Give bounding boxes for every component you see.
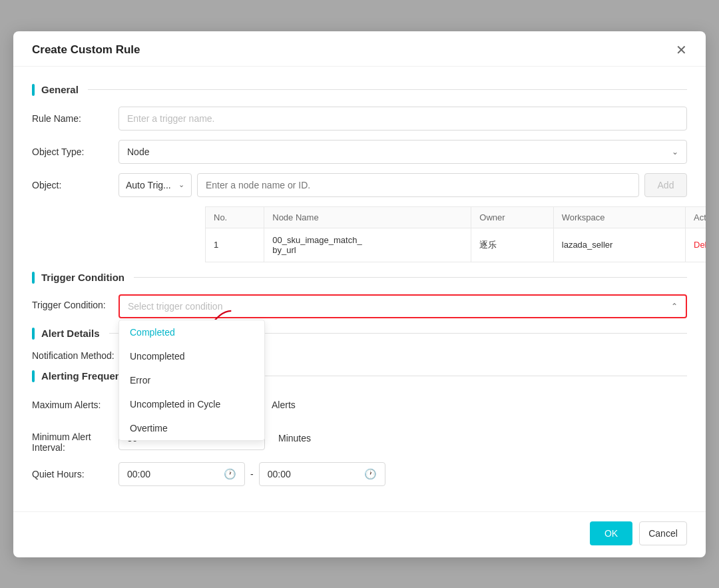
notification-method-label: Notification Method: — [32, 350, 119, 361]
cell-node-name: 00_sku_image_match_by_url — [264, 228, 471, 262]
max-alerts-unit: Alerts — [272, 400, 296, 410]
object-name-input[interactable] — [197, 173, 639, 197]
dropdown-item-uncompleted[interactable]: Uncompleted — [119, 344, 264, 368]
modal-header: Create Custom Rule ✕ — [13, 31, 706, 67]
object-prefix-select[interactable]: Auto Trig... ⌄ — [119, 173, 192, 197]
general-section-title: General — [41, 84, 79, 95]
modal-footer: OK Cancel — [13, 511, 706, 557]
section-bar-alert — [32, 328, 35, 340]
section-bar-trigger — [32, 272, 35, 284]
trigger-condition-section-title: Trigger Condition — [41, 272, 124, 283]
cancel-button[interactable]: Cancel — [639, 521, 687, 545]
object-input-group: Auto Trig... ⌄ Add — [119, 173, 687, 197]
max-alerts-label: Maximum Alerts: — [32, 400, 119, 410]
object-type-row: Object Type: Node ⌄ — [32, 140, 687, 164]
chevron-down-icon: ⌄ — [672, 147, 678, 156]
trigger-select-wrapper: Select trigger condition ⌃ Completed Unc… — [119, 294, 687, 318]
general-section-header: General — [32, 84, 687, 96]
rule-name-row: Rule Name: — [32, 107, 687, 131]
modal-title: Create Custom Rule — [32, 43, 140, 57]
object-table-wrap: No. Node Name Owner Workspace Actions 1 … — [119, 206, 687, 262]
dropdown-item-uncompleted-cycle[interactable]: Uncompleted in Cycle — [119, 392, 264, 416]
close-button[interactable]: ✕ — [676, 43, 687, 57]
cell-workspace: lazada_seller — [553, 228, 685, 262]
table-header-row: No. Node Name Owner Workspace Actions — [206, 206, 706, 228]
trigger-condition-dropdown: Completed Uncompleted Error Uncompleted … — [119, 320, 265, 441]
quiet-hours-row: Quiet Hours: 00:00 🕐 - 00:00 🕐 — [32, 462, 687, 486]
section-bar-frequency — [32, 370, 35, 382]
min-alert-interval-label: Minimum Alert Interval: — [32, 426, 119, 453]
delete-link[interactable]: Delete — [694, 240, 706, 250]
modal-dialog: Create Custom Rule ✕ General Rule Name: … — [13, 31, 706, 557]
quiet-hours-to-value: 00:00 — [268, 469, 291, 479]
ok-button[interactable]: OK — [590, 521, 632, 545]
quiet-hours-from-value: 00:00 — [127, 469, 150, 479]
object-label: Object: — [32, 180, 119, 190]
col-no: No. — [206, 206, 264, 228]
cell-action[interactable]: Delete — [686, 228, 706, 262]
object-type-select[interactable]: Node ⌄ — [119, 140, 687, 164]
dropdown-item-overtime[interactable]: Overtime — [119, 416, 264, 440]
object-table: No. Node Name Owner Workspace Actions 1 … — [205, 206, 706, 262]
time-range-separator: - — [250, 469, 254, 479]
quiet-hours-to-input[interactable]: 00:00 🕐 — [259, 462, 385, 486]
object-type-label: Object Type: — [32, 147, 119, 157]
cell-owner: 逐乐 — [471, 228, 553, 262]
cell-no: 1 — [206, 228, 264, 262]
section-divider-trigger — [134, 277, 687, 278]
add-object-button[interactable]: Add — [644, 173, 687, 197]
dropdown-item-completed[interactable]: Completed — [119, 320, 264, 344]
object-type-value: Node — [127, 147, 149, 157]
object-prefix-value: Auto Trig... — [126, 180, 171, 190]
trigger-condition-select[interactable]: Select trigger condition ⌃ — [119, 294, 687, 318]
alert-details-section-title: Alert Details — [41, 328, 100, 339]
col-node-name: Node Name — [264, 206, 471, 228]
trigger-condition-placeholder: Select trigger condition — [128, 301, 222, 312]
chevron-down-icon-prefix: ⌄ — [178, 180, 184, 189]
quiet-hours-from-input[interactable]: 00:00 🕐 — [119, 462, 245, 486]
table-row: 1 00_sku_image_match_by_url 逐乐 lazada_se… — [206, 228, 706, 262]
section-bar-general — [32, 84, 35, 96]
col-actions: Actions — [686, 206, 706, 228]
col-owner: Owner — [471, 206, 553, 228]
quiet-hours-label: Quiet Hours: — [32, 469, 119, 479]
trigger-condition-label: Trigger Condition: — [32, 294, 119, 310]
quiet-hours-input-group: 00:00 🕐 - 00:00 🕐 — [119, 462, 385, 486]
trigger-condition-section-header: Trigger Condition — [32, 272, 687, 284]
section-divider-general — [88, 89, 687, 90]
dropdown-item-error[interactable]: Error — [119, 368, 264, 392]
rule-name-label: Rule Name: — [32, 113, 119, 124]
clock-icon-from: 🕐 — [224, 468, 236, 480]
modal-body: General Rule Name: Object Type: Node ⌄ O… — [13, 67, 706, 511]
min-alert-unit: Minutes — [278, 433, 311, 443]
col-workspace: Workspace — [553, 206, 685, 228]
rule-name-input[interactable] — [119, 107, 687, 131]
clock-icon-to: 🕐 — [364, 468, 377, 480]
trigger-condition-row: Trigger Condition: Select trigger condit… — [32, 294, 687, 318]
object-row: Object: Auto Trig... ⌄ Add — [32, 173, 687, 197]
chevron-up-icon: ⌃ — [671, 302, 678, 311]
modal-overlay: Create Custom Rule ✕ General Rule Name: … — [0, 0, 719, 588]
